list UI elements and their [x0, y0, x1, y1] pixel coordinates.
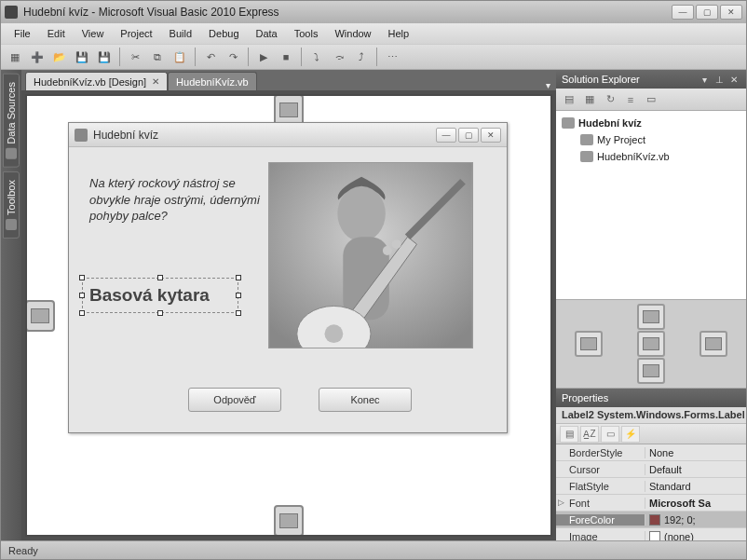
resize-handle[interactable]	[236, 310, 241, 316]
show-all-icon[interactable]: ▦	[580, 90, 599, 109]
tab-design[interactable]: HudebníKvíz.vb [Design]✕	[25, 72, 168, 90]
undo-icon[interactable]: ↶	[200, 47, 221, 67]
dock-guide-bottom[interactable]	[274, 505, 304, 537]
tab-code[interactable]: HudebníKvíz.vb	[168, 72, 257, 90]
cut-icon[interactable]: ✂	[125, 47, 145, 67]
property-name: Cursor	[556, 464, 645, 475]
question-label[interactable]: Na který rockový nástroj se obvykle hraj…	[89, 175, 266, 225]
property-row[interactable]: CursorDefault	[556, 461, 746, 478]
property-value[interactable]: 192; 0;	[645, 514, 746, 526]
copy-icon[interactable]: ⧉	[147, 47, 168, 67]
svg-point-4	[325, 324, 344, 343]
property-value[interactable]: Default	[645, 464, 746, 475]
new-project-icon[interactable]: ▦	[5, 47, 25, 67]
menu-edit[interactable]: Edit	[40, 26, 73, 41]
add-item-icon[interactable]: ➕	[27, 47, 48, 67]
property-value[interactable]: Standard	[645, 481, 746, 492]
svg-point-7	[392, 239, 401, 249]
property-row[interactable]: BorderStyleNone	[556, 444, 746, 461]
close-button[interactable]: ✕	[720, 5, 742, 20]
panel-close-icon[interactable]: ✕	[727, 73, 740, 86]
solution-explorer: ▤ ▦ ↻ ≡ ▭ Hudební kvíz My Project Hudebn…	[556, 89, 746, 299]
dock-guide-left[interactable]	[25, 300, 55, 332]
dock-diamond-right[interactable]	[699, 331, 727, 357]
properties-panel: Label2 System.Windows.Forms.Label ▤ A̲Z …	[556, 407, 746, 540]
save-icon[interactable]: 💾	[72, 47, 92, 67]
panel-dropdown-icon[interactable]: ▾	[698, 73, 711, 86]
resize-handle[interactable]	[79, 310, 85, 316]
view-designer-icon[interactable]: ▭	[642, 90, 660, 109]
close-icon[interactable]: ✕	[152, 76, 159, 87]
property-row[interactable]: ▷FontMicrosoft Sa	[556, 495, 746, 512]
categorized-icon[interactable]: ▤	[560, 426, 578, 443]
resize-handle[interactable]	[79, 293, 85, 298]
pin-icon[interactable]: ⊥	[713, 73, 726, 86]
solution-tree[interactable]: Hudební kvíz My Project HudebníKvíz.vb	[556, 111, 746, 299]
resize-handle[interactable]	[236, 275, 241, 280]
property-value[interactable]: (none)	[645, 531, 746, 541]
picture-box[interactable]	[268, 162, 473, 348]
data-sources-icon	[6, 148, 17, 159]
color-swatch	[649, 514, 660, 526]
menu-view[interactable]: View	[75, 26, 112, 41]
designer-canvas[interactable]: Hudební kvíz — ▢ ✕ Na který rockový nást…	[25, 94, 552, 537]
answer-label[interactable]: Basová kytara	[89, 285, 210, 306]
property-row[interactable]: FlatStyleStandard	[556, 478, 746, 495]
tab-overflow-icon[interactable]: ▾	[540, 80, 556, 90]
save-all-icon[interactable]: 💾	[94, 47, 115, 67]
menu-file[interactable]: File	[7, 26, 38, 41]
redo-icon[interactable]: ↷	[223, 47, 243, 67]
menu-data[interactable]: Data	[249, 26, 285, 41]
menu-build[interactable]: Build	[162, 26, 199, 41]
menu-debug[interactable]: Debug	[201, 26, 246, 41]
step-out-icon[interactable]: ⤴	[351, 47, 372, 67]
dock-diamond-center[interactable]	[637, 331, 665, 357]
tree-file[interactable]: HudebníKvíz.vb	[562, 148, 740, 165]
dock-diamond-down[interactable]	[637, 358, 665, 384]
bass-guitar-image	[269, 163, 472, 348]
toolbox-tab[interactable]: Toolbox	[3, 171, 20, 239]
dock-diamond-left[interactable]	[575, 331, 603, 357]
tree-root[interactable]: Hudební kvíz	[562, 115, 740, 131]
property-pages-icon[interactable]: ▭	[601, 426, 619, 443]
properties-grid[interactable]: BorderStyleNoneCursorDefaultFlatStyleSta…	[556, 444, 746, 540]
alphabetical-icon[interactable]: A̲Z	[580, 426, 599, 443]
end-button[interactable]: Konec	[319, 388, 412, 412]
form-minimize-button[interactable]: —	[436, 128, 456, 143]
paste-icon[interactable]: 📋	[170, 47, 190, 67]
resize-handle[interactable]	[236, 293, 241, 298]
form-close-button[interactable]: ✕	[481, 128, 501, 143]
refresh-icon[interactable]: ↻	[601, 90, 619, 109]
properties-icon[interactable]: ▤	[560, 90, 578, 109]
menu-tools[interactable]: Tools	[287, 26, 326, 41]
step-over-icon[interactable]: ⤼	[329, 47, 349, 67]
menu-project[interactable]: Project	[113, 26, 159, 41]
form-preview[interactable]: Hudební kvíz — ▢ ✕ Na který rockový nást…	[68, 122, 508, 433]
stop-debug-icon[interactable]: ■	[276, 47, 296, 67]
view-code-icon[interactable]: ≡	[621, 90, 640, 109]
menu-window[interactable]: Window	[327, 26, 378, 41]
tree-myproject[interactable]: My Project	[562, 131, 740, 148]
property-row[interactable]: ForeColor192; 0;	[556, 512, 746, 528]
menu-help[interactable]: Help	[381, 26, 417, 41]
step-into-icon[interactable]: ⤵	[306, 47, 327, 67]
form-maximize-button[interactable]: ▢	[458, 128, 479, 143]
property-value[interactable]: None	[645, 447, 746, 458]
resize-handle[interactable]	[157, 275, 163, 280]
resize-handle[interactable]	[79, 275, 85, 280]
resize-handle[interactable]	[157, 310, 163, 316]
events-icon[interactable]: ⚡	[621, 426, 640, 443]
menubar: File Edit View Project Build Debug Data …	[1, 23, 746, 44]
start-debug-icon[interactable]: ▶	[253, 47, 274, 67]
property-row[interactable]: Image(none)	[556, 528, 746, 540]
maximize-button[interactable]: ▢	[696, 5, 718, 20]
dock-guide-top[interactable]	[274, 94, 304, 126]
answer-button[interactable]: Odpověď	[188, 388, 281, 412]
open-icon[interactable]: 📂	[49, 47, 70, 67]
data-sources-tab[interactable]: Data Sources	[3, 74, 20, 168]
property-value[interactable]: Microsoft Sa	[645, 498, 746, 509]
properties-selected-object[interactable]: Label2 System.Windows.Forms.Label	[556, 407, 746, 424]
dock-diamond-up[interactable]	[637, 304, 665, 330]
toolbar-more-icon[interactable]: ⋯	[382, 47, 402, 67]
minimize-button[interactable]: —	[672, 5, 694, 20]
